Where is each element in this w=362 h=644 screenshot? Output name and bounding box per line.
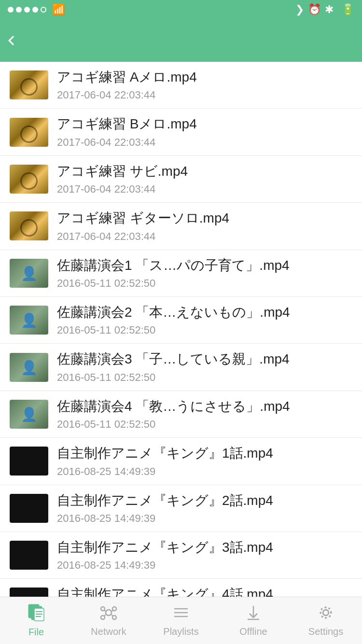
video-title-7: 佐藤講演会3 「子…している親」.mp4 [57, 350, 352, 368]
dot1 [8, 7, 14, 13]
back-chevron-icon [8, 36, 18, 45]
video-title-5: 佐藤講演会1 「ス…パの子育て」.mp4 [57, 257, 352, 274]
video-thumbnail-3 [10, 165, 48, 194]
svg-line-12 [111, 610, 113, 612]
network-icon [100, 604, 117, 623]
svg-point-7 [101, 607, 105, 611]
tab-label-offline: Offline [239, 626, 267, 637]
video-thumbnail-4 [10, 211, 48, 240]
video-item-6[interactable]: 佐藤講演会2 「本…えないもの」.mp42016-05-11 02:52:50 [0, 297, 362, 344]
playlists-icon [172, 604, 190, 623]
svg-point-6 [106, 610, 111, 616]
svg-point-21 [323, 610, 329, 616]
tab-bar: File Network Playlists Offline Settings [0, 597, 362, 644]
video-item-10[interactable]: 自主制作アニメ『キング』2話.mp42016-08-25 14:49:39 [0, 485, 362, 532]
alarm-icon: ⏰ [308, 3, 321, 16]
video-item-5[interactable]: 佐藤講演会1 「ス…パの子育て」.mp42016-05-11 02:52:50 [0, 250, 362, 297]
nav-bar [0, 19, 362, 62]
video-date-10: 2016-08-25 14:49:39 [57, 512, 352, 525]
video-title-1: アコギ練習 Aメロ.mp4 [57, 69, 352, 86]
video-thumbnail-12 [10, 588, 48, 597]
svg-line-11 [104, 610, 106, 612]
svg-line-13 [104, 615, 106, 616]
video-date-1: 2017-06-04 22:03:44 [57, 89, 352, 101]
video-date-7: 2016-05-11 02:52:50 [57, 371, 352, 384]
video-info-8: 佐藤講演会4 「教…うにさせる」.mp42016-05-11 02:52:50 [57, 398, 352, 431]
location-icon: ❯ [295, 3, 304, 16]
video-item-12[interactable]: 自主制作アニメ『キング』4話.mp42016-08-25 14:49:39 [0, 579, 362, 597]
video-item-2[interactable]: アコギ練習 Bメロ.mp42017-06-04 22:03:44 [0, 109, 362, 155]
video-info-2: アコギ練習 Bメロ.mp42017-06-04 22:03:44 [57, 115, 352, 148]
tab-label-file: File [28, 627, 44, 638]
video-title-4: アコギ練習 ギターソロ.mp4 [57, 210, 352, 227]
video-date-9: 2016-08-25 14:49:39 [57, 465, 352, 478]
video-item-8[interactable]: 佐藤講演会4 「教…うにさせる」.mp42016-05-11 02:52:50 [0, 391, 362, 438]
svg-point-8 [112, 607, 116, 611]
tab-playlists[interactable]: Playlists [145, 597, 217, 644]
status-left: 📶 [8, 3, 65, 16]
svg-point-10 [112, 616, 116, 619]
video-item-9[interactable]: 自主制作アニメ『キング』1話.mp42016-08-25 14:49:39 [0, 438, 362, 485]
video-date-2: 2017-06-04 22:03:44 [57, 136, 352, 149]
video-info-10: 自主制作アニメ『キング』2話.mp42016-08-25 14:49:39 [57, 492, 352, 525]
video-thumbnail-6 [10, 306, 48, 335]
tab-network[interactable]: Network [72, 597, 145, 644]
video-info-7: 佐藤講演会3 「子…している親」.mp42016-05-11 02:52:50 [57, 350, 352, 383]
file-icon [28, 603, 45, 624]
video-info-6: 佐藤講演会2 「本…えないもの」.mp42016-05-11 02:52:50 [57, 304, 352, 336]
video-title-8: 佐藤講演会4 「教…うにさせる」.mp4 [57, 398, 352, 415]
video-title-3: アコギ練習 サビ.mp4 [57, 163, 352, 180]
tab-settings[interactable]: Settings [290, 597, 362, 644]
video-item-11[interactable]: 自主制作アニメ『キング』3話.mp42016-08-25 14:49:39 [0, 532, 362, 579]
video-info-5: 佐藤講演会1 「ス…パの子育て」.mp42016-05-11 02:52:50 [57, 257, 352, 290]
video-list: アコギ練習 Aメロ.mp42017-06-04 22:03:44アコギ練習 Bメ… [0, 62, 362, 597]
tab-label-network: Network [91, 626, 126, 637]
video-thumbnail-9 [10, 447, 48, 476]
video-title-2: アコギ練習 Bメロ.mp4 [57, 115, 352, 133]
svg-line-14 [111, 615, 113, 616]
video-info-4: アコギ練習 ギターソロ.mp42017-06-04 22:03:44 [57, 210, 352, 242]
video-date-5: 2016-05-11 02:52:50 [57, 277, 352, 290]
tab-label-playlists: Playlists [163, 626, 198, 637]
video-date-8: 2016-05-11 02:52:50 [57, 418, 352, 431]
video-title-10: 自主制作アニメ『キング』2話.mp4 [57, 492, 352, 509]
video-item-4[interactable]: アコギ練習 ギターソロ.mp42017-06-04 22:03:44 [0, 203, 362, 250]
settings-icon [317, 604, 334, 623]
dot4 [32, 7, 38, 13]
video-title-6: 佐藤講演会2 「本…えないもの」.mp4 [57, 304, 352, 321]
signal-dots [8, 7, 46, 13]
video-thumbnail-10 [10, 494, 48, 523]
video-thumbnail-8 [10, 400, 48, 429]
video-info-3: アコギ練習 サビ.mp42017-06-04 22:03:44 [57, 163, 352, 196]
video-info-9: 自主制作アニメ『キング』1話.mp42016-08-25 14:49:39 [57, 445, 352, 477]
video-title-12: 自主制作アニメ『キング』4話.mp4 [57, 586, 352, 597]
battery-icon: 🔋 [341, 3, 354, 16]
dot5 [41, 7, 46, 13]
video-title-9: 自主制作アニメ『キング』1話.mp4 [57, 445, 352, 462]
tab-offline[interactable]: Offline [217, 597, 290, 644]
status-right: ❯ ⏰ ✱ 🔋 [295, 3, 354, 16]
tab-label-settings: Settings [308, 626, 343, 637]
video-date-3: 2017-06-04 22:03:44 [57, 183, 352, 196]
video-title-11: 自主制作アニメ『キング』3話.mp4 [57, 539, 352, 556]
video-date-6: 2016-05-11 02:52:50 [57, 324, 352, 336]
video-item-3[interactable]: アコギ練習 サビ.mp42017-06-04 22:03:44 [0, 156, 362, 203]
video-thumbnail-2 [10, 118, 48, 147]
bluetooth-icon: ✱ [325, 3, 334, 16]
video-item-7[interactable]: 佐藤講演会3 「子…している親」.mp42016-05-11 02:52:50 [0, 344, 362, 391]
back-button[interactable] [10, 37, 21, 44]
tab-file[interactable]: File [0, 597, 72, 644]
dot2 [16, 7, 22, 13]
video-date-11: 2016-08-25 14:49:39 [57, 559, 352, 572]
video-info-12: 自主制作アニメ『キング』4話.mp42016-08-25 14:49:39 [57, 586, 352, 597]
video-date-4: 2017-06-04 22:03:44 [57, 230, 352, 243]
video-thumbnail-5 [10, 259, 48, 288]
video-thumbnail-11 [10, 541, 48, 570]
video-info-11: 自主制作アニメ『キング』3話.mp42016-08-25 14:49:39 [57, 539, 352, 572]
status-bar: 📶 ❯ ⏰ ✱ 🔋 [0, 0, 362, 19]
wifi-icon: 📶 [52, 3, 65, 16]
dot3 [24, 7, 30, 13]
video-info-1: アコギ練習 Aメロ.mp42017-06-04 22:03:44 [57, 69, 352, 101]
video-item-1[interactable]: アコギ練習 Aメロ.mp42017-06-04 22:03:44 [0, 62, 362, 109]
video-thumbnail-7 [10, 353, 48, 382]
